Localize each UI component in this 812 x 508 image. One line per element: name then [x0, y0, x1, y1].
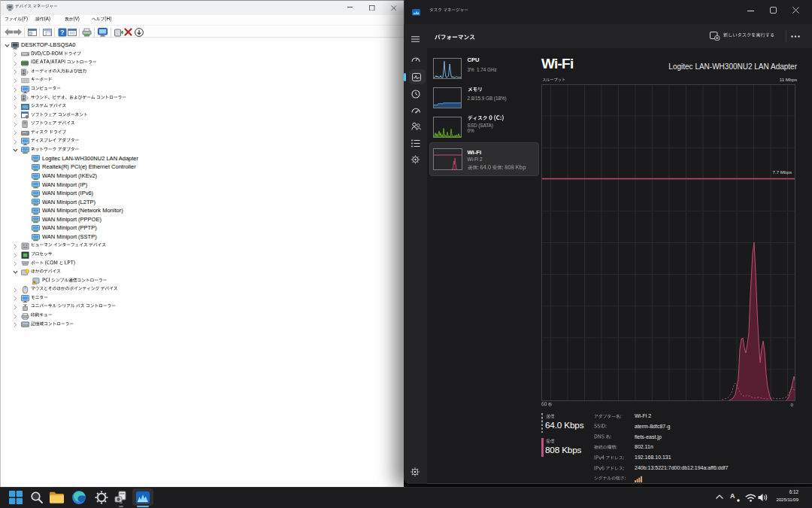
svg-text:?: ? — [60, 29, 65, 36]
